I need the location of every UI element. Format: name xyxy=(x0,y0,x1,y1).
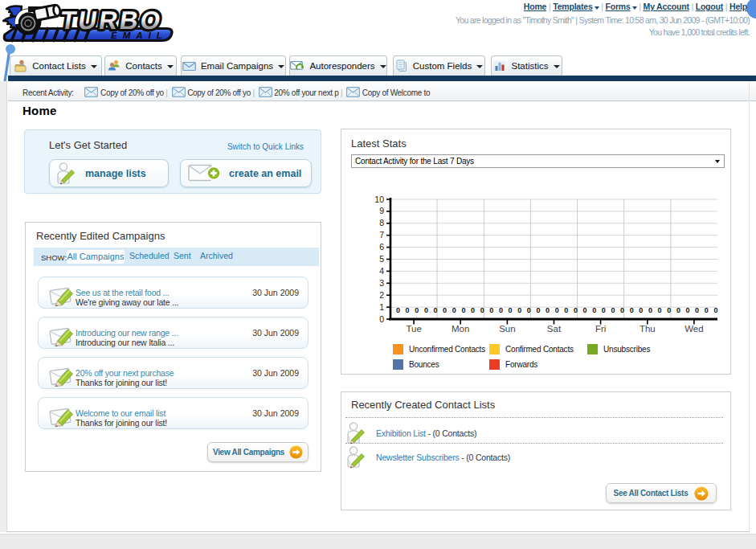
svg-text:0: 0 xyxy=(583,306,587,314)
svg-text:0: 0 xyxy=(508,306,512,314)
svg-text:0: 0 xyxy=(461,306,465,314)
svg-text:0: 0 xyxy=(695,306,699,314)
svg-text:0: 0 xyxy=(443,306,447,314)
svg-text:Thu: Thu xyxy=(640,324,656,334)
svg-text:0: 0 xyxy=(713,306,717,314)
svg-text:0: 0 xyxy=(396,306,400,314)
svg-text:10: 10 xyxy=(374,195,384,204)
svg-text:8: 8 xyxy=(379,218,384,227)
svg-text:0: 0 xyxy=(424,306,428,314)
svg-text:5: 5 xyxy=(379,254,384,264)
svg-text:0: 0 xyxy=(705,306,709,314)
svg-text:0: 0 xyxy=(658,306,662,314)
svg-text:7: 7 xyxy=(379,230,384,240)
svg-text:2: 2 xyxy=(379,290,384,300)
svg-text:Sun: Sun xyxy=(499,324,515,334)
svg-text:0: 0 xyxy=(667,306,671,314)
svg-text:Sat: Sat xyxy=(547,324,562,334)
svg-text:6: 6 xyxy=(379,242,384,252)
svg-text:0: 0 xyxy=(639,306,643,314)
svg-text:0: 0 xyxy=(555,306,559,314)
svg-text:0: 0 xyxy=(676,306,680,314)
svg-text:0: 0 xyxy=(602,306,606,314)
svg-text:0: 0 xyxy=(517,306,521,314)
svg-text:0: 0 xyxy=(620,306,624,314)
svg-text:0: 0 xyxy=(415,306,419,314)
svg-text:3: 3 xyxy=(379,278,384,288)
svg-text:0: 0 xyxy=(471,306,475,314)
svg-text:9: 9 xyxy=(379,206,384,215)
svg-text:Wed: Wed xyxy=(684,324,703,334)
svg-text:TURBO: TURBO xyxy=(59,6,166,35)
svg-text:Fri: Fri xyxy=(595,324,606,334)
svg-text:0: 0 xyxy=(564,306,568,314)
svg-text:0: 0 xyxy=(499,306,503,314)
svg-text:0: 0 xyxy=(527,306,531,314)
svg-text:0: 0 xyxy=(406,306,410,314)
svg-text:0: 0 xyxy=(480,306,484,314)
svg-text:4: 4 xyxy=(379,266,384,276)
svg-text:1: 1 xyxy=(379,302,384,312)
svg-text:0: 0 xyxy=(648,306,652,314)
svg-text:0: 0 xyxy=(611,306,615,314)
svg-text:Mon: Mon xyxy=(452,324,469,334)
svg-text:0: 0 xyxy=(536,306,540,314)
svg-text:0: 0 xyxy=(433,306,437,314)
svg-text:0: 0 xyxy=(592,306,596,314)
svg-text:0: 0 xyxy=(452,306,456,314)
svg-text:0: 0 xyxy=(489,306,493,314)
svg-text:0: 0 xyxy=(630,306,634,314)
svg-text:0: 0 xyxy=(574,306,578,314)
svg-text:0: 0 xyxy=(685,306,689,314)
svg-text:Tue: Tue xyxy=(406,324,421,334)
svg-text:0: 0 xyxy=(379,314,384,324)
svg-text:0: 0 xyxy=(546,306,550,314)
